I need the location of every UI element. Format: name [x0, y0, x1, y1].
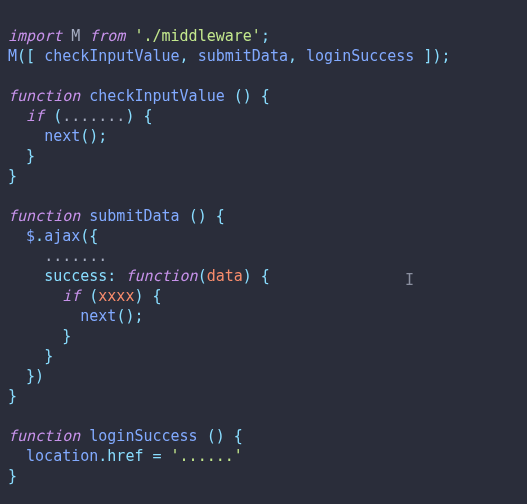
- keyword-import: import: [8, 27, 62, 45]
- close-array: ]): [414, 47, 441, 65]
- comma-2: ,: [288, 47, 306, 65]
- dot: .: [98, 447, 107, 465]
- brace-close: }: [62, 327, 71, 345]
- arg-checkInputValue: checkInputValue: [44, 47, 179, 65]
- param-data: data: [207, 267, 243, 285]
- identifier-M: M: [71, 27, 80, 45]
- call-next-parens: ();: [116, 307, 143, 325]
- line-1: import M from './middleware';: [8, 27, 270, 45]
- keyword-if: if: [26, 107, 44, 125]
- call-next: next: [80, 307, 116, 325]
- placeholder-dots: .......: [44, 247, 107, 265]
- fn1-sig: () {: [234, 87, 270, 105]
- keyword-function-inline: function: [125, 267, 197, 285]
- if-open: (: [44, 107, 62, 125]
- colon: :: [107, 267, 125, 285]
- fn2-decl: function submitData () {: [8, 207, 225, 225]
- brace-close: }: [44, 347, 53, 365]
- fn3-name: loginSuccess: [80, 427, 206, 445]
- keyword-function: function: [8, 87, 80, 105]
- brace-close-outer: }: [8, 467, 17, 485]
- brace-close: }: [26, 147, 35, 165]
- fn-open-paren: (: [198, 267, 207, 285]
- prop-success: success: [44, 267, 107, 285]
- if-close: ) {: [134, 287, 161, 305]
- keyword-from: from: [89, 27, 125, 45]
- identifier-M-call: M: [8, 47, 17, 65]
- equals: =: [143, 447, 170, 465]
- if-open: (: [80, 287, 98, 305]
- arg-submitData: submitData: [198, 47, 288, 65]
- line-2: M([ checkInputValue, submitData, loginSu…: [8, 47, 451, 65]
- jquery-dollar: $: [26, 227, 35, 245]
- fn3-sig: () {: [207, 427, 243, 445]
- comma-1: ,: [180, 47, 198, 65]
- prop-href: href: [107, 447, 143, 465]
- dot: .: [35, 227, 44, 245]
- ajax-open: ({: [80, 227, 98, 245]
- end-semi: ;: [442, 47, 451, 65]
- code-editor[interactable]: import M from './middleware'; M([ checkI…: [0, 0, 527, 504]
- keyword-function: function: [8, 427, 80, 445]
- keyword-function: function: [8, 207, 80, 225]
- keyword-if: if: [62, 287, 80, 305]
- fn-close-paren: ) {: [243, 267, 270, 285]
- placeholder-dots: .......: [62, 107, 125, 125]
- semicolon: ;: [261, 27, 270, 45]
- fn3-decl: function loginSuccess () {: [8, 427, 243, 445]
- fn2-sig: () {: [189, 207, 225, 225]
- text-cursor-ibeam-icon: I: [405, 270, 414, 290]
- fn1-name: checkInputValue: [80, 87, 234, 105]
- brace-close-outer: }: [8, 387, 17, 405]
- string-path: './middleware': [134, 27, 260, 45]
- open-array: ([: [17, 47, 44, 65]
- placeholder-xxxx: xxxx: [98, 287, 134, 305]
- object-location: location: [26, 447, 98, 465]
- string-placeholder: '......': [171, 447, 243, 465]
- fn1-decl: function checkInputValue () {: [8, 87, 270, 105]
- brace-close-outer: }: [8, 167, 17, 185]
- brace-close-paren: }): [26, 367, 44, 385]
- call-next-parens: ();: [80, 127, 107, 145]
- call-next: next: [44, 127, 80, 145]
- if-close: ) {: [125, 107, 152, 125]
- call-ajax: ajax: [44, 227, 80, 245]
- arg-loginSuccess: loginSuccess: [306, 47, 414, 65]
- fn2-name: submitData: [80, 207, 188, 225]
